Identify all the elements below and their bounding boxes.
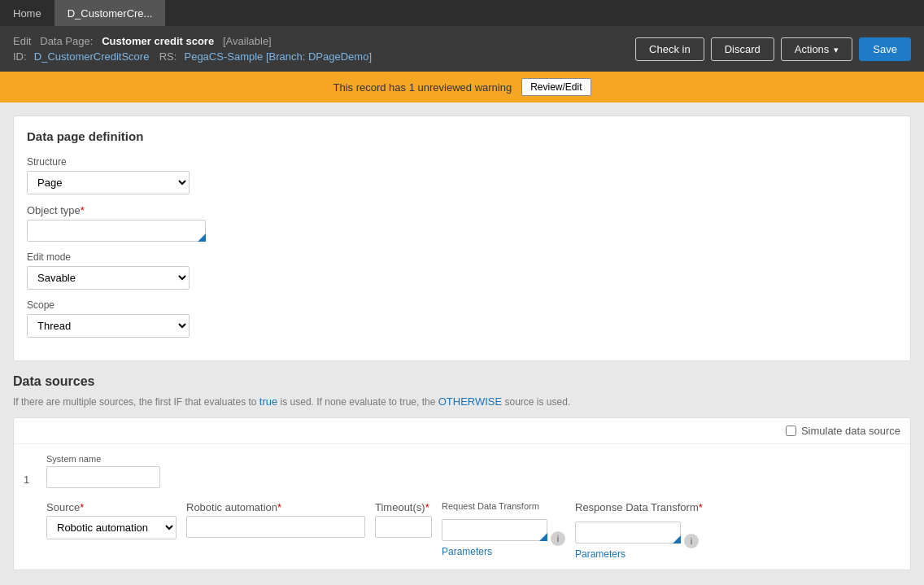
robotic-input[interactable]: BP-BankerPro-Work-GetCreditScore [186, 516, 365, 538]
tab-d-customer-label: D_CustomerCre... [68, 7, 153, 20]
edit-mode-row: Edit mode Savable [27, 251, 897, 290]
rs-value: PegaCS-Sample [Branch: DPageDemo] [184, 50, 372, 63]
response-dt-field-label: Response Data Transform* [575, 501, 703, 513]
data-page-label: Data Page: [40, 35, 93, 47]
simulate-label-text: Simulate data source [801, 425, 900, 437]
actions-button[interactable]: Actions [781, 37, 853, 61]
scope-row: Scope Thread [27, 299, 897, 338]
tab-bar: Home D_CustomerCre... [0, 0, 924, 26]
chevron-down-icon [834, 43, 839, 55]
data-sources-title: Data sources [13, 374, 911, 389]
response-dt-required: * [699, 501, 703, 513]
response-dt-field: Response [575, 522, 681, 544]
object-type-required: * [81, 204, 85, 216]
data-sources-hint: If there are multiple sources, the first… [13, 395, 911, 408]
source-field-label: Source* [46, 501, 177, 513]
timeout-required: * [425, 501, 429, 513]
request-dt-field: Request [442, 519, 547, 541]
timeout-input[interactable]: 5 [375, 516, 432, 538]
fields-row: Source* Robotic automation Robotic autom… [46, 501, 703, 560]
robotic-field-label: Robotic automation* [186, 501, 365, 513]
response-dt-input[interactable]: Response [575, 522, 681, 544]
review-edit-button[interactable]: Review/Edit [521, 78, 591, 96]
warning-message: This record has 1 unreviewed warning [333, 81, 512, 94]
simulate-label[interactable]: Simulate data source [786, 425, 900, 437]
available-label: [Available] [223, 35, 272, 47]
request-corner-indicator [539, 533, 547, 541]
tab-d-customer[interactable]: D_CustomerCre... [54, 0, 166, 26]
response-params-link[interactable]: Parameters [575, 548, 703, 560]
header-left: Edit Data Page: Customer credit score [A… [13, 35, 372, 63]
object-type-label: Object type* [27, 204, 897, 216]
header-title: Edit Data Page: Customer credit score [A… [13, 35, 372, 47]
response-info-icon[interactable]: i [684, 534, 699, 548]
source-select[interactable]: Robotic automation [46, 516, 177, 539]
request-info-icon[interactable]: i [551, 531, 565, 546]
tab-home-label: Home [13, 7, 41, 20]
robotic-required: * [277, 501, 281, 513]
header-actions: Check in Discard Actions Save [635, 37, 911, 61]
otherwise-text: OTHERWISE [438, 395, 503, 408]
response-dt-group: Response Data Transform* Response i [575, 501, 703, 560]
request-dt-group: Request Data Transform Request i Paramet… [442, 501, 565, 557]
system-name-input[interactable] [46, 466, 160, 488]
datasource-fields: System name Source* Robotic [46, 454, 703, 560]
corner-indicator [198, 234, 206, 242]
rs-label: RS: [159, 50, 177, 63]
structure-select[interactable]: Page [27, 171, 190, 194]
id-value: D_CustomerCreditScore [34, 50, 150, 63]
check-in-button[interactable]: Check in [635, 37, 704, 61]
timeout-field-label: Timeout(s)* [375, 501, 432, 513]
object-type-field: Data-CustomerCreditProfile [27, 220, 206, 242]
datasource-card: Simulate data source 1 System name [13, 417, 911, 570]
timeout-group: Timeout(s)* 5 [375, 501, 432, 538]
data-sources-section: Data sources If there are multiple sourc… [13, 374, 911, 570]
page-name: Customer credit score [102, 35, 214, 47]
edit-label: Edit [13, 35, 31, 47]
request-params-link[interactable]: Parameters [442, 546, 565, 557]
discard-button[interactable]: Discard [711, 37, 774, 61]
object-type-input[interactable]: Data-CustomerCreditProfile [27, 220, 206, 242]
source-group: Source* Robotic automation [46, 501, 177, 539]
response-corner-indicator [673, 535, 681, 544]
simulate-checkbox-input[interactable] [786, 426, 796, 436]
datasource-header: Simulate data source [14, 418, 910, 444]
row-number: 1 [24, 454, 37, 486]
true-text: true [259, 395, 277, 408]
tab-home[interactable]: Home [0, 0, 54, 26]
header-meta: ID: D_CustomerCreditScore RS: PegaCS-Sam… [13, 50, 372, 63]
request-dt-input[interactable]: Request [442, 519, 547, 541]
data-page-definition-title: Data page definition [27, 129, 897, 143]
system-name-label: System name [46, 454, 703, 464]
save-button[interactable]: Save [859, 37, 911, 61]
structure-label: Structure [27, 156, 897, 168]
edit-mode-select[interactable]: Savable [27, 266, 190, 290]
datasource-body: 1 System name Source* [14, 444, 910, 570]
source-required: * [80, 501, 84, 513]
id-label: ID: [13, 50, 27, 63]
data-page-definition-card: Data page definition Structure Page Obje… [13, 116, 911, 361]
robotic-group: Robotic automation* BP-BankerPro-Work-Ge… [186, 501, 365, 538]
content-area: Data page definition Structure Page Obje… [0, 103, 924, 583]
scope-label: Scope [27, 299, 897, 311]
edit-mode-label: Edit mode [27, 251, 897, 263]
system-name-row: System name [46, 454, 703, 488]
request-dt-field-label: Request Data Transform [442, 501, 565, 511]
structure-row: Structure Page [27, 156, 897, 194]
datasource-row: 1 System name Source* [24, 454, 900, 560]
actions-label: Actions [795, 43, 830, 55]
object-type-row: Object type* Data-CustomerCreditProfile [27, 204, 897, 242]
warning-banner: This record has 1 unreviewed warning Rev… [0, 72, 924, 103]
header-bar: Edit Data Page: Customer credit score [A… [0, 26, 924, 72]
scope-select[interactable]: Thread [27, 314, 190, 338]
